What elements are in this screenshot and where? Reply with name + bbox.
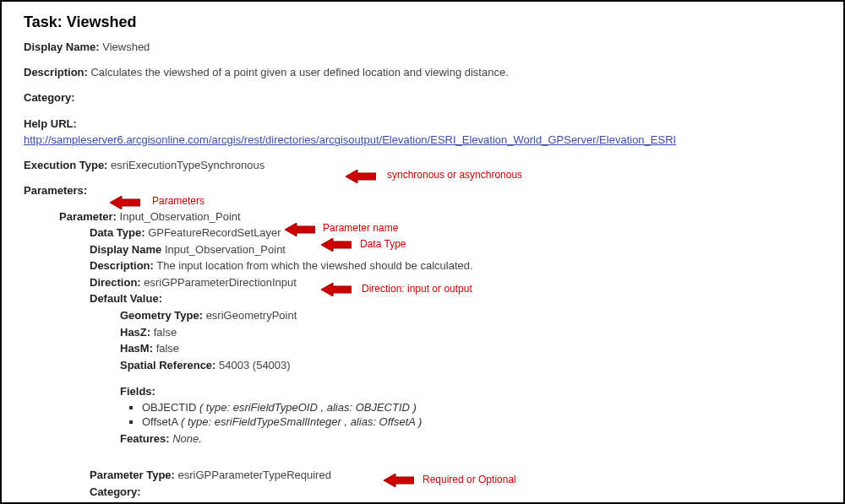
data-type-label: Data Type: [90,226,145,239]
help-url-label-row: Help URL: [24,117,826,132]
param-display-name-value: Input_Observation_Point [165,243,286,256]
document-page: Task: Viewshed Display Name: Viewshed De… [0,0,845,504]
param-type-value: esriGPParameterTypeRequired [178,469,331,481]
field-detail: ( type: esriFieldTypeOID , alias: OBJECT… [199,401,417,414]
field-item: OBJECTID ( type: esriFieldTypeOID , alia… [142,401,826,414]
help-url-link[interactable]: http://sampleserver6.arcgisonline.com/ar… [24,133,676,146]
features-value: None. [172,432,202,445]
param-category-row: Category: [90,485,826,500]
field-name: OffsetA [142,415,177,428]
hasz-value: false [154,326,177,339]
display-name-value: Viewshed [102,41,150,53]
param-category-label: Category: [90,485,141,498]
parameters-header-row: Parameters: [24,183,826,198]
field-name: OBJECTID [142,401,196,414]
fields-header-row: Fields: [120,384,826,399]
hasm-label: HasM: [120,342,153,355]
hasm-value: false [156,342,179,355]
param-type-label: Parameter Type: [90,469,175,481]
task-title-label: Task: [24,14,63,30]
hasz-row: HasZ: false [120,325,826,340]
param-description-row: Description: The input location from whi… [90,258,826,274]
display-name-label: Display Name: [24,41,100,53]
parameter-row: Parameter: Input_Observation_Point [59,209,826,225]
field-detail: ( type: esriFieldTypeSmallInteger , alia… [181,415,422,428]
geometry-type-row: Geometry Type: esriGeometryPoint [120,308,826,323]
description-label: Description: [24,66,88,79]
category-row: Category: [24,90,826,106]
execution-type-row: Execution Type: esriExecutionTypeSynchro… [24,158,826,173]
execution-type-label: Execution Type: [24,159,107,171]
param-display-name-row: Display Name Input_Observation_Point [90,242,826,257]
category-label: Category: [24,91,75,104]
fields-list: OBJECTID ( type: esriFieldTypeOID , alia… [142,401,826,428]
spatial-ref-row: Spatial Reference: 54003 (54003) [120,358,826,373]
hasm-row: HasM: false [120,341,826,356]
direction-value: esriGPParameterDirectionInput [144,276,297,289]
display-name-row: Display Name: Viewshed [24,40,826,55]
data-type-row: Data Type: GPFeatureRecordSetLayer [90,225,826,241]
task-title-value: Viewshed [67,14,137,30]
execution-type-value: esriExecutionTypeSynchronous [111,159,264,171]
help-url-row: http://sampleserver6.arcgisonline.com/ar… [24,133,826,148]
field-item: OffsetA ( type: esriFieldTypeSmallIntege… [142,415,826,428]
task-title: Task: Viewshed [24,14,826,31]
spatial-ref-label: Spatial Reference: [120,359,215,371]
data-type-value: GPFeatureRecordSetLayer [148,226,281,239]
direction-row: Direction: esriGPParameterDirectionInput [90,275,826,290]
help-url-label: Help URL: [24,117,77,130]
param-description-value: The input location from which the viewsh… [156,259,472,272]
default-value-label: Default Value: [90,292,162,305]
hasz-label: HasZ: [120,326,150,339]
description-row: Description: Calculates the viewshed of … [24,65,826,80]
geometry-type-label: Geometry Type: [120,309,203,322]
description-value: Calculates the viewshed of a point given… [90,66,508,79]
geometry-type-value: esriGeometryPoint [206,309,297,322]
default-value-row: Default Value: [90,291,826,306]
param-type-row: Parameter Type: esriGPParameterTypeRequi… [90,468,826,483]
param-description-label: Description: [90,259,154,272]
features-label: Features: [120,432,170,445]
spatial-ref-value: 54003 (54003) [219,359,291,371]
fields-label: Fields: [120,385,155,398]
parameters-label: Parameters: [24,184,87,197]
parameter-label: Parameter: [59,210,117,223]
param-display-name-label: Display Name [90,243,161,256]
parameter-value: Input_Observation_Point [120,210,241,223]
features-row: Features: None. [120,431,826,447]
direction-label: Direction: [90,276,141,289]
